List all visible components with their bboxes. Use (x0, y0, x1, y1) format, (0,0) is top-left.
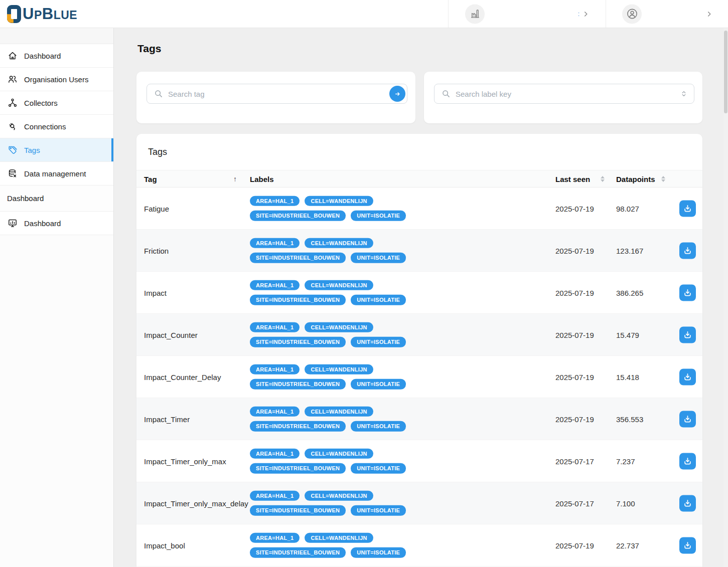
label-badge: UNIT=ISOLATIE (351, 337, 406, 347)
download-icon (683, 414, 692, 424)
brand-logo: U P B LUE (7, 5, 77, 23)
table-row: Impact_TimerAREA=HAL_1CELL=WANDENLIJNSIT… (136, 398, 702, 440)
label-badge: CELL=WANDENLIJN (305, 238, 373, 248)
main-content: Tags Tags Ta (114, 28, 728, 567)
datapoints-count: 15.479 (616, 330, 639, 339)
download-button[interactable] (679, 411, 696, 427)
download-icon (683, 372, 692, 382)
logo-letter: P (34, 10, 42, 21)
table-row: FrictionAREA=HAL_1CELL=WANDENLIJNSITE=IN… (136, 230, 702, 272)
person-circle-icon (626, 8, 638, 20)
label-badge: SITE=INDUSTRIEEL_BOUWEN (250, 421, 346, 432)
download-icon (683, 246, 692, 255)
scrollbar-thumb[interactable] (724, 31, 727, 113)
label-badge: CELL=WANDENLIJN (305, 364, 373, 374)
column-header-last-seen[interactable]: Last seen (555, 174, 590, 183)
sidebar-item-connections[interactable]: Connections (0, 115, 113, 138)
label-badge: AREA=HAL_1 (250, 490, 300, 501)
search-tag-input[interactable] (168, 90, 389, 98)
page-title: Tags (137, 43, 161, 55)
search-tag-box (147, 84, 407, 104)
label-badge: SITE=INDUSTRIEEL_BOUWEN (250, 547, 346, 558)
sidebar-item-dashboard[interactable]: Dashboard (0, 44, 113, 68)
sidebar-item-label: Organisation Users (24, 75, 88, 84)
database-icon (8, 168, 18, 178)
search-icon (442, 89, 451, 98)
datapoints-count: 123.167 (616, 246, 643, 255)
label-badge: CELL=WANDENLIJN (305, 196, 373, 206)
table-title: Tags (136, 134, 702, 170)
column-header-tag[interactable]: Tag (144, 174, 157, 183)
label-badge: SITE=INDUSTRIEEL_BOUWEN (250, 505, 346, 516)
sidebar-item-collectors[interactable]: Collectors (0, 91, 113, 115)
label-badge: AREA=HAL_1 (250, 238, 300, 248)
logo-letter: U (23, 6, 34, 22)
search-label-box (434, 84, 694, 104)
datapoints-count: 386.265 (616, 288, 643, 297)
label-badge: SITE=INDUSTRIEEL_BOUWEN (250, 337, 346, 347)
column-header-datapoints[interactable]: Datapoints (616, 174, 655, 183)
tag-name: Impact_Counter_Delay (144, 372, 221, 381)
sort-ascending-icon[interactable]: ↑ (233, 175, 237, 183)
datapoints-count: 15.418 (616, 372, 639, 381)
label-badge: UNIT=ISOLATIE (351, 547, 406, 558)
download-icon (683, 288, 692, 297)
sort-icon[interactable] (601, 176, 605, 182)
sort-icon[interactable] (661, 176, 665, 182)
download-button[interactable] (679, 242, 696, 259)
label-badge: CELL=WANDENLIJN (305, 448, 373, 459)
tag-name: Impact_bool (144, 541, 185, 549)
user-menu[interactable] (606, 0, 728, 28)
sidebar-item-label: Dashboard (24, 52, 61, 60)
home-icon (8, 51, 18, 61)
table-row: Impact_Timer_only_max_delayAREA=HAL_1CEL… (136, 482, 702, 524)
search-label-card (424, 72, 702, 123)
plug-icon (8, 121, 18, 131)
search-submit-button[interactable] (389, 86, 405, 102)
select-caret-icon[interactable] (680, 90, 688, 98)
download-icon (683, 498, 692, 508)
download-icon (683, 330, 692, 339)
download-button[interactable] (679, 495, 696, 511)
last-seen-date: 2025-07-19 (555, 541, 594, 549)
user-avatar (622, 4, 642, 24)
tag-name: Impact (144, 288, 167, 297)
table-body: FatigueAREA=HAL_1CELL=WANDENLIJNSITE=IND… (136, 187, 702, 566)
label-badge: UNIT=ISOLATIE (351, 505, 406, 516)
search-tag-card (136, 72, 415, 123)
tag-name: Impact_Counter (144, 330, 198, 339)
sidebar-item-dashboard[interactable]: Dashboard (0, 212, 113, 235)
label-badge: CELL=WANDENLIJN (305, 280, 373, 290)
last-seen-date: 2025-07-19 (555, 246, 594, 255)
search-icon (154, 89, 163, 98)
arrow-right-icon (393, 90, 402, 98)
download-icon (683, 204, 692, 213)
sidebar-item-data-management[interactable]: Data management (0, 162, 113, 185)
label-badge: SITE=INDUSTRIEEL_BOUWEN (250, 211, 346, 221)
download-button[interactable] (679, 284, 696, 301)
chevron-right-icon[interactable] (581, 10, 591, 19)
sidebar-item-label: Connections (24, 122, 66, 131)
search-label-key-input[interactable] (456, 90, 680, 98)
label-badge: UNIT=ISOLATIE (351, 295, 406, 305)
table-row: Impact_Timer_only_maxAREA=HAL_1CELL=WAND… (136, 440, 702, 482)
download-button[interactable] (679, 368, 696, 385)
table-row: ImpactAREA=HAL_1CELL=WANDENLIJNSITE=INDU… (136, 272, 702, 314)
organisation-selector[interactable]: : (448, 0, 606, 28)
label-badges: AREA=HAL_1CELL=WANDENLIJNSITE=INDUSTRIEE… (250, 490, 423, 515)
download-button[interactable] (679, 537, 696, 553)
label-badge: SITE=INDUSTRIEEL_BOUWEN (250, 463, 346, 474)
sidebar-item-organisation-users[interactable]: Organisation Users (0, 68, 113, 91)
chevron-right-icon[interactable] (705, 10, 714, 19)
download-button[interactable] (679, 453, 696, 469)
label-badges: AREA=HAL_1CELL=WANDENLIJNSITE=INDUSTRIEE… (250, 364, 423, 389)
last-seen-date: 2025-07-19 (555, 330, 594, 339)
download-button[interactable] (679, 326, 696, 343)
last-seen-date: 2025-07-19 (555, 415, 594, 423)
last-seen-date: 2025-07-19 (555, 204, 594, 213)
last-seen-date: 2025-07-19 (555, 372, 594, 381)
download-button[interactable] (679, 200, 696, 217)
page-scrollbar (723, 28, 728, 567)
sidebar-item-tags[interactable]: Tags (0, 138, 113, 162)
label-badges: AREA=HAL_1CELL=WANDENLIJNSITE=INDUSTRIEE… (250, 196, 423, 221)
